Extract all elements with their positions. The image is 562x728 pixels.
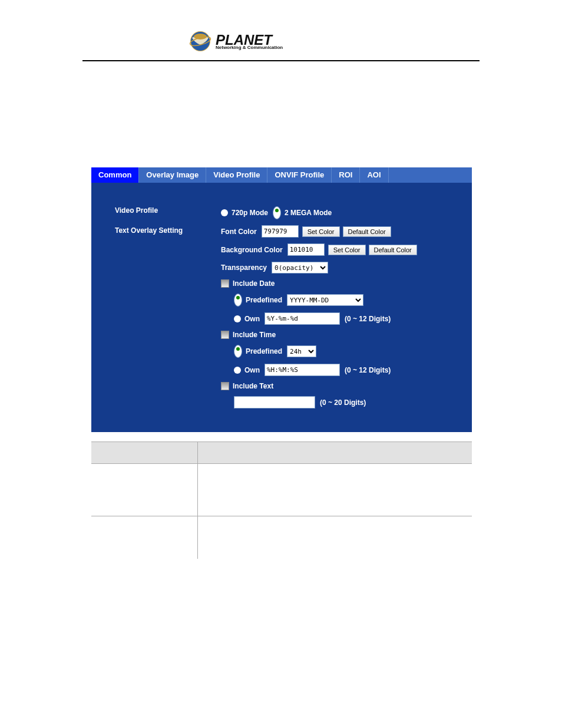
spec-table [91, 442, 472, 559]
select-transparency[interactable]: 0(opacity) [272, 262, 328, 274]
radio-date-predefined[interactable] [234, 294, 242, 307]
radio-date-own[interactable] [234, 315, 241, 322]
radio-720p[interactable] [221, 209, 228, 216]
tab-bar: Common Overlay Image Video Profile ONVIF… [91, 167, 472, 183]
input-date-own[interactable] [265, 312, 340, 325]
label-date-predefined: Predefined [246, 296, 282, 304]
logo-subtitle: Networking & Communication [216, 45, 283, 50]
brand-logo: PLANET Networking & Communication [189, 29, 480, 53]
label-2mega: 2 MEGA Mode [285, 209, 332, 217]
radio-2mega[interactable] [273, 206, 281, 219]
label-time-own: Own [244, 366, 260, 374]
btn-font-set-color[interactable]: Set Color [302, 226, 340, 237]
radio-time-own[interactable] [234, 367, 241, 374]
label-include-date: Include Date [233, 279, 275, 288]
note-time-digits: (0 ~ 12 Digits) [345, 366, 391, 374]
spec-cell-2-2 [198, 516, 472, 559]
radio-time-predefined[interactable] [234, 345, 242, 358]
btn-bg-set-color[interactable]: Set Color [328, 245, 366, 255]
tab-common[interactable]: Common [91, 167, 139, 183]
checkbox-include-text[interactable] [221, 382, 229, 390]
label-include-time: Include Time [233, 331, 276, 339]
input-bg-color[interactable] [287, 243, 325, 256]
btn-bg-default-color[interactable]: Default Color [369, 245, 417, 255]
label-include-text: Include Text [233, 382, 273, 390]
tab-overlay-image[interactable]: Overlay Image [139, 167, 206, 183]
input-font-color[interactable] [262, 225, 299, 238]
label-time-predefined: Predefined [246, 347, 282, 355]
btn-font-default-color[interactable]: Default Color [343, 226, 391, 237]
select-time-predefined[interactable]: 24h [287, 345, 316, 357]
note-text-digits: (0 ~ 20 Digits) [320, 398, 366, 407]
checkbox-include-time[interactable] [221, 331, 229, 339]
spec-cell-1-2 [198, 464, 472, 516]
label-transparency: Transparency [221, 263, 267, 272]
tab-roi[interactable]: ROI [332, 167, 360, 183]
spec-cell-2-1 [91, 516, 198, 559]
settings-panel: Common Overlay Image Video Profile ONVIF… [91, 167, 472, 432]
spec-header-2 [198, 442, 472, 464]
label-bg-color: Background Color [221, 246, 283, 254]
tab-onvif-profile[interactable]: ONVIF Profile [267, 167, 332, 183]
input-include-text[interactable] [234, 396, 315, 409]
planet-globe-icon [189, 29, 212, 53]
note-date-digits: (0 ~ 12 Digits) [345, 315, 391, 323]
select-date-predefined[interactable]: YYYY-MM-DD [287, 294, 363, 306]
spec-header-1 [91, 442, 198, 464]
label-date-own: Own [244, 315, 260, 323]
input-time-own[interactable] [265, 364, 340, 376]
spec-cell-1-1 [91, 464, 198, 516]
label-720p: 720p Mode [232, 209, 268, 217]
label-text-overlay: Text Overlay Setting [115, 226, 221, 235]
checkbox-include-date[interactable] [221, 279, 229, 288]
tab-video-profile[interactable]: Video Profile [206, 167, 267, 183]
tab-aoi[interactable]: AOI [360, 167, 388, 183]
label-font-color: Font Color [221, 228, 257, 236]
label-video-profile: Video Profile [115, 206, 221, 215]
